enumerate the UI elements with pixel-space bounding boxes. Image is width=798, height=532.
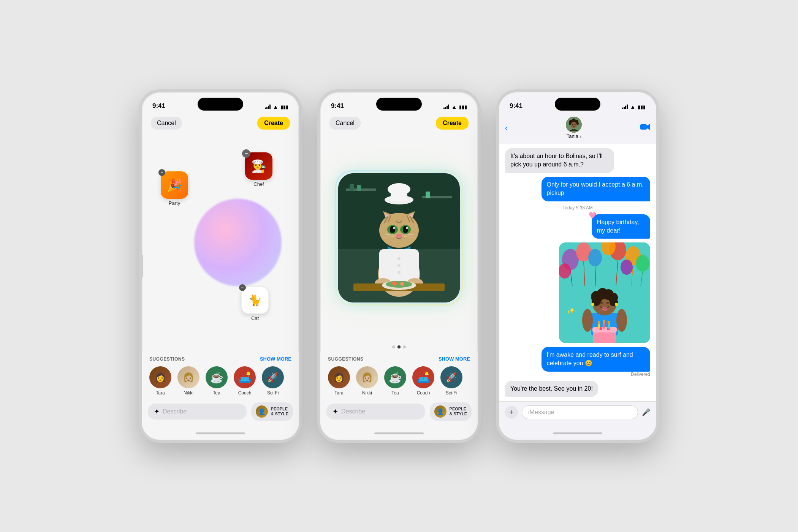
svg-point-50 xyxy=(572,124,573,125)
scifi-label-2: Sci-Fi xyxy=(446,390,458,396)
mic-button[interactable]: 🎤 xyxy=(642,408,650,416)
home-indicator-2 xyxy=(320,427,478,440)
show-more-2[interactable]: SHOW MORE xyxy=(439,356,470,362)
creator-header-1: Cancel Create xyxy=(142,113,299,133)
svg-point-59 xyxy=(588,249,602,266)
suggestion-tara-2[interactable]: 👩 Tara xyxy=(328,366,350,396)
suggestion-couch-2[interactable]: 🛋️ Couch xyxy=(412,366,434,396)
svg-point-23 xyxy=(393,227,395,229)
svg-point-51 xyxy=(575,124,576,125)
svg-point-93 xyxy=(603,320,605,323)
wifi-icon-1: ▲ xyxy=(273,104,278,110)
status-icons-1: ▲ ▮▮▮ xyxy=(265,104,288,110)
status-time-3: 9:41 xyxy=(510,102,522,110)
svg-point-21 xyxy=(390,226,395,233)
imessage-input[interactable]: iMessage xyxy=(522,405,638,419)
suggestions-title-1: SUGGESTIONS xyxy=(149,356,185,362)
add-button[interactable]: + xyxy=(505,406,518,419)
svg-rect-6 xyxy=(426,192,430,198)
back-button[interactable]: ‹ xyxy=(505,124,508,132)
bar4-3 xyxy=(627,104,628,109)
svg-rect-4 xyxy=(350,184,354,191)
party-emoji[interactable]: 🎉 xyxy=(161,171,188,199)
dynamic-island-3 xyxy=(555,98,600,111)
suggestion-tea-1[interactable]: ☕ Tea xyxy=(206,366,228,396)
home-bar-2 xyxy=(374,432,424,434)
signal-icon-3 xyxy=(622,104,628,109)
suggestions-section-2: SUGGESTIONS SHOW MORE 👩 Tara 👩🏼 Nikki ☕ … xyxy=(320,352,478,399)
scifi-label-1: Sci-Fi xyxy=(267,390,279,396)
suggestion-tea-2[interactable]: ☕ Tea xyxy=(384,366,406,396)
home-indicator-1 xyxy=(142,427,299,440)
wifi-icon-3: ▲ xyxy=(630,104,635,110)
cancel-button-1[interactable]: Cancel xyxy=(151,117,182,130)
svg-point-22 xyxy=(403,226,408,233)
people-style-btn-2[interactable]: 👤 PEOPLE& STYLE xyxy=(430,402,472,421)
people-style-avatar-1: 👤 xyxy=(256,405,268,418)
home-bar-1 xyxy=(196,432,245,434)
image-dots xyxy=(320,342,478,352)
party-item[interactable]: − 🎉 Party xyxy=(161,171,188,206)
input-bar: + iMessage 🎤 xyxy=(499,401,656,427)
couch-label-2: Couch xyxy=(417,390,430,396)
video-call-button[interactable] xyxy=(640,123,650,133)
sparkle-icon-2: ✦ xyxy=(332,407,338,416)
show-more-1[interactable]: SHOW MORE xyxy=(260,356,291,362)
people-style-btn-1[interactable]: 👤 PEOPLE& STYLE xyxy=(251,402,293,421)
party-minus-btn[interactable]: − xyxy=(158,169,165,176)
nikki-avatar-2: 👩🏼 xyxy=(356,366,378,388)
create-button-1[interactable]: Create xyxy=(257,117,290,130)
cat-chef-svg xyxy=(338,173,460,302)
cat-item[interactable]: − 🐈 Cat xyxy=(241,287,269,321)
svg-point-80 xyxy=(602,307,608,311)
creator-header-2: Cancel Create xyxy=(320,113,478,133)
suggestion-tara-1[interactable]: 👩 Tara xyxy=(149,366,171,396)
chef-emoji[interactable]: 👨‍🍳 xyxy=(245,152,272,180)
cat-minus-btn[interactable]: − xyxy=(239,284,246,291)
tea-avatar-2: ☕ xyxy=(384,366,406,388)
svg-point-40 xyxy=(392,281,397,286)
bar2-2 xyxy=(445,107,446,109)
bar1-3 xyxy=(622,108,623,109)
describe-input-2[interactable]: ✦ Describe xyxy=(326,404,425,420)
signal-icon-2 xyxy=(443,104,449,109)
chef-minus-btn[interactable]: − xyxy=(242,149,250,158)
large-bubble xyxy=(194,199,282,286)
bar3-3 xyxy=(625,106,626,109)
contact-name[interactable]: Tania › xyxy=(567,133,581,139)
battery-icon-3: ▮▮▮ xyxy=(638,104,646,110)
suggestion-nikki-1[interactable]: 👩🏼 Nikki xyxy=(177,366,200,396)
dot-2[interactable] xyxy=(397,345,401,348)
describe-input-1[interactable]: ✦ Describe xyxy=(148,404,247,420)
dot-1[interactable] xyxy=(392,345,395,348)
suggestion-couch-1[interactable]: 🛋️ Couch xyxy=(234,366,256,396)
status-time-1: 9:41 xyxy=(152,102,165,110)
chef-label: Chef xyxy=(253,181,264,187)
video-icon xyxy=(640,123,650,131)
svg-marker-53 xyxy=(647,124,650,130)
create-button-2[interactable]: Create xyxy=(436,117,469,130)
chef-item[interactable]: − 👨‍🍳 Chef xyxy=(245,152,272,187)
bottom-bar-2: ✦ Describe 👤 PEOPLE& STYLE xyxy=(320,399,478,427)
message-text-2: Only for you would I accept a 6 a.m. pic… xyxy=(547,181,644,196)
cat-label: Cat xyxy=(251,315,259,321)
suggestion-scifi-1[interactable]: 🚀 Sci-Fi xyxy=(262,366,284,396)
messages-body: It's about an hour to Bolinas, so I'll p… xyxy=(499,144,656,401)
sparkle-icon-1: ✦ xyxy=(154,407,160,416)
svg-point-83 xyxy=(582,309,593,332)
svg-point-32 xyxy=(397,257,401,260)
suggestion-nikki-2[interactable]: 👩🏼 Nikki xyxy=(356,366,378,396)
dot-3[interactable] xyxy=(403,345,406,348)
message-sent-6: I'm awake and ready to surf and celebrat… xyxy=(542,347,651,372)
message-text-6: I'm awake and ready to surf and celebrat… xyxy=(547,352,633,366)
message-received-1: It's about an hour to Bolinas, so I'll p… xyxy=(505,148,614,173)
bar1 xyxy=(265,108,266,109)
cat-emoji[interactable]: 🐈 xyxy=(241,287,269,314)
svg-point-94 xyxy=(608,321,610,325)
bar2-3 xyxy=(624,107,625,109)
contact-avatar xyxy=(566,117,582,133)
tara-avatar-1: 👩 xyxy=(149,366,171,388)
suggestions-header-1: SUGGESTIONS SHOW MORE xyxy=(149,356,291,362)
cancel-button-2[interactable]: Cancel xyxy=(329,117,361,130)
suggestion-scifi-2[interactable]: 🚀 Sci-Fi xyxy=(440,366,462,396)
